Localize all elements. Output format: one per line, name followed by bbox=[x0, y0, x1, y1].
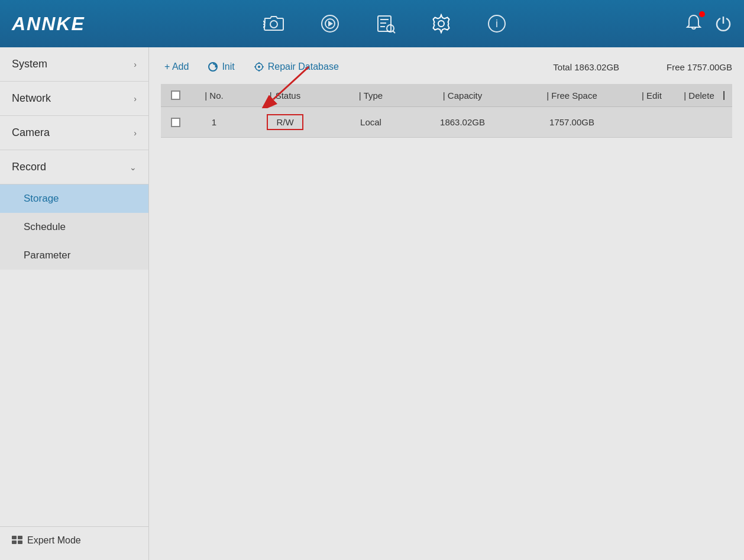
notification-dot bbox=[699, 11, 705, 17]
free-info: Free 1757.00GB bbox=[667, 62, 732, 72]
search-log-icon[interactable] bbox=[376, 14, 396, 34]
sidebar-item-record[interactable]: Record ⌄ bbox=[0, 150, 148, 184]
sidebar-item-system[interactable]: System › bbox=[0, 47, 148, 82]
svg-rect-17 bbox=[18, 536, 22, 539]
storage-table: | No. | Status | Type | Capacity | Free … bbox=[161, 84, 732, 548]
sidebar-item-network-label: Network bbox=[12, 92, 51, 105]
sidebar-item-network[interactable]: Network › bbox=[0, 82, 148, 116]
row-checkbox-col bbox=[161, 118, 190, 127]
power-icon[interactable] bbox=[714, 15, 732, 33]
expert-mode-label: Expert Mode bbox=[27, 535, 81, 546]
logo: ANNKE bbox=[12, 13, 85, 35]
header-edit: | Edit bbox=[628, 90, 675, 101]
svg-point-0 bbox=[270, 21, 277, 28]
add-button[interactable]: + Add bbox=[161, 59, 192, 75]
header-freespace: | Free Space bbox=[516, 90, 628, 101]
toolbar: + Add Init Repair Database bbox=[161, 59, 732, 75]
svg-point-12 bbox=[438, 21, 444, 27]
total-info: Total 1863.02GB bbox=[553, 62, 619, 72]
svg-line-29 bbox=[273, 67, 309, 99]
sidebar-item-record-label: Record bbox=[12, 161, 46, 173]
header-delete: | Delete bbox=[675, 90, 723, 101]
settings-icon[interactable] bbox=[431, 14, 451, 34]
table-row[interactable]: 1 R/W Local 1863.02GB 1757.00GB bbox=[161, 107, 732, 138]
header-no: | No. bbox=[190, 90, 238, 101]
sidebar-item-record-arrow: ⌄ bbox=[130, 163, 137, 172]
sidebar-item-system-arrow: › bbox=[134, 60, 137, 69]
sidebar-item-camera-label: Camera bbox=[12, 127, 50, 139]
header: ANNKE bbox=[0, 0, 744, 47]
row-type: Local bbox=[332, 117, 409, 127]
svg-rect-16 bbox=[12, 536, 17, 539]
sidebar-spacer bbox=[0, 270, 148, 526]
sidebar-item-system-label: System bbox=[12, 58, 47, 70]
camera-icon[interactable] bbox=[263, 15, 284, 33]
row-freespace: 1757.00GB bbox=[516, 117, 628, 127]
svg-rect-19 bbox=[18, 540, 22, 544]
sidebar-sub-item-parameter[interactable]: Parameter bbox=[0, 241, 148, 270]
sidebar-submenu-record: Storage Schedule Parameter bbox=[0, 184, 148, 270]
header-capacity: | Capacity bbox=[409, 90, 516, 101]
svg-line-11 bbox=[393, 31, 395, 33]
init-label: Init bbox=[222, 61, 234, 72]
sidebar-item-network-arrow: › bbox=[134, 94, 137, 103]
arrow-annotation bbox=[255, 61, 315, 111]
expert-mode-button[interactable]: Expert Mode bbox=[0, 526, 148, 554]
notification-wrap[interactable] bbox=[685, 14, 703, 34]
svg-rect-18 bbox=[12, 540, 17, 544]
header-right bbox=[685, 14, 732, 34]
table-header: | No. | Status | Type | Capacity | Free … bbox=[161, 84, 732, 107]
init-button[interactable]: Init bbox=[204, 59, 238, 75]
row-capacity: 1863.02GB bbox=[409, 117, 516, 127]
row-checkbox[interactable] bbox=[171, 118, 180, 127]
sidebar-sub-item-schedule[interactable]: Schedule bbox=[0, 213, 148, 241]
header-checkbox[interactable] bbox=[171, 90, 180, 100]
info-icon[interactable]: i bbox=[487, 14, 507, 34]
header-type: | Type bbox=[332, 90, 409, 101]
sidebar-item-camera[interactable]: Camera › bbox=[0, 116, 148, 150]
main-layout: System › Network › Camera › Record ⌄ Sto… bbox=[0, 47, 744, 560]
playback-icon[interactable] bbox=[320, 14, 340, 34]
row-no: 1 bbox=[190, 117, 238, 127]
sidebar: System › Network › Camera › Record ⌄ Sto… bbox=[0, 47, 149, 560]
svg-text:i: i bbox=[496, 18, 498, 30]
content-area: + Add Init Repair Database bbox=[149, 47, 744, 560]
header-nav: i bbox=[85, 14, 685, 34]
sidebar-item-camera-arrow: › bbox=[134, 128, 137, 138]
status-badge: R/W bbox=[267, 114, 303, 130]
header-checkbox-col bbox=[161, 90, 190, 100]
row-status: R/W bbox=[238, 114, 332, 130]
sidebar-sub-item-storage[interactable]: Storage bbox=[0, 184, 148, 213]
